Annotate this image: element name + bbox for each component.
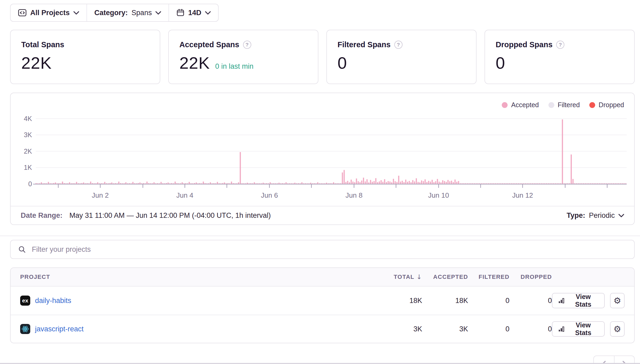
card-value: 22K <box>21 53 52 72</box>
svg-text:2K: 2K <box>24 148 32 155</box>
cell-accepted: 3K <box>422 325 468 333</box>
card-title: Filtered Spans <box>338 40 391 49</box>
help-icon[interactable]: ? <box>556 41 564 49</box>
column-header-dropped[interactable]: DROPPED <box>509 274 552 280</box>
svg-text:Jun 2: Jun 2 <box>92 191 109 199</box>
type-dropdown[interactable]: Type: Periodic <box>567 211 624 220</box>
bottom-divider <box>0 363 640 364</box>
card-value: 0 <box>338 53 347 72</box>
card-filtered-spans: Filtered Spans ? 0 <box>326 30 477 84</box>
sort-descending-icon: ↓ <box>417 273 422 281</box>
card-value: 22K <box>179 53 210 72</box>
legend-item-dropped[interactable]: Dropped <box>589 101 624 109</box>
gear-icon: ⚙ <box>613 296 621 305</box>
legend-label: Accepted <box>511 101 539 109</box>
legend-label: Dropped <box>599 101 624 109</box>
svg-text:Jun 10: Jun 10 <box>428 191 449 199</box>
legend-dot <box>589 102 595 108</box>
project-search-bar <box>10 240 635 259</box>
cell-dropped: 0 <box>509 297 552 305</box>
bar-chart-icon <box>558 297 565 304</box>
card-subtext: 0 in last min <box>215 62 253 71</box>
svg-text:3K: 3K <box>24 131 32 139</box>
project-filter-label: All Projects <box>30 9 70 17</box>
stat-cards: Total Spans 22K Accepted Spans ? 22K 0 i… <box>10 30 635 84</box>
cell-accepted: 18K <box>422 297 468 305</box>
filter-bar: All Projects Category: Spans 14D <box>10 4 219 22</box>
column-header-accepted[interactable]: ACCEPTED <box>422 274 468 280</box>
react-platform-icon <box>20 324 30 334</box>
cell-total: 18K <box>380 297 422 305</box>
date-period-dropdown[interactable]: 14D <box>169 4 218 21</box>
projects-table: PROJECT TOTAL ↓ ACCEPTED FILTERED DROPPE… <box>10 267 635 343</box>
spans-chart-panel: Accepted Filtered Dropped 01K2K3K4KJun 2… <box>10 93 635 225</box>
project-settings-button[interactable]: ⚙ <box>610 293 625 308</box>
table-row: ex daily-habits 18K 18K 0 0 View Stats ⚙ <box>11 287 634 315</box>
legend-dot <box>502 102 508 108</box>
svg-text:1K: 1K <box>24 164 32 171</box>
project-filter-input[interactable] <box>31 245 627 254</box>
cell-filtered: 0 <box>468 297 509 305</box>
card-title: Dropped Spans <box>496 40 552 49</box>
spans-stats-page: All Projects Category: Spans 14D Total S… <box>0 0 640 364</box>
card-dropped-spans: Dropped Spans ? 0 <box>485 30 635 84</box>
chevron-down-icon <box>73 11 79 15</box>
column-header-total[interactable]: TOTAL ↓ <box>380 273 422 281</box>
type-label: Type: <box>567 211 585 220</box>
card-accepted-spans: Accepted Spans ? 22K 0 in last min <box>168 30 318 84</box>
chart-footer: Date Range: May 31 11:00 AM — Jun 14 12:… <box>11 206 634 224</box>
view-stats-button[interactable]: View Stats <box>552 293 605 308</box>
column-header-project: PROJECT <box>20 274 380 280</box>
date-range-label: Date Range: <box>21 211 63 220</box>
chevron-down-icon <box>205 11 211 15</box>
category-filter-dropdown[interactable]: Category: Spans <box>87 4 169 21</box>
card-total-spans: Total Spans 22K <box>10 30 160 84</box>
chart-area: Accepted Filtered Dropped 01K2K3K4KJun 2… <box>11 93 634 206</box>
help-icon[interactable]: ? <box>243 41 251 49</box>
card-title: Accepted Spans <box>179 40 239 49</box>
calendar-icon <box>176 9 184 17</box>
chart-legend: Accepted Filtered Dropped <box>502 101 624 109</box>
project-link[interactable]: javascript-react <box>35 325 84 333</box>
card-value: 0 <box>496 53 505 72</box>
project-filter-dropdown[interactable]: All Projects <box>11 4 87 21</box>
table-header-row: PROJECT TOTAL ↓ ACCEPTED FILTERED DROPPE… <box>11 268 634 287</box>
legend-label: Filtered <box>558 101 580 109</box>
category-value: Spans <box>132 9 152 17</box>
legend-dot <box>548 102 554 108</box>
chevron-down-icon <box>619 214 624 217</box>
project-settings-button[interactable]: ⚙ <box>610 321 625 337</box>
column-header-filtered[interactable]: FILTERED <box>468 274 509 280</box>
project-link[interactable]: daily-habits <box>35 297 71 305</box>
legend-item-filtered[interactable]: Filtered <box>548 101 580 109</box>
cell-dropped: 0 <box>509 325 552 333</box>
help-icon[interactable]: ? <box>394 41 403 49</box>
cell-filtered: 0 <box>468 325 509 333</box>
type-value: Periodic <box>589 211 615 220</box>
svg-text:Jun 12: Jun 12 <box>512 191 533 199</box>
view-stats-button[interactable]: View Stats <box>552 321 605 337</box>
svg-text:Jun 8: Jun 8 <box>345 191 362 199</box>
spans-bar-chart: 01K2K3K4KJun 2Jun 4Jun 6Jun 8Jun 10Jun 1… <box>11 93 634 206</box>
express-platform-icon: ex <box>20 296 30 306</box>
svg-text:0: 0 <box>28 180 32 188</box>
date-range-value: May 31 11:00 AM — Jun 14 12:00 PM (-04:0… <box>70 211 271 220</box>
card-title: Total Spans <box>21 40 64 49</box>
legend-item-accepted[interactable]: Accepted <box>502 101 539 109</box>
gear-icon: ⚙ <box>613 325 621 333</box>
search-icon <box>18 245 26 253</box>
bar-chart-icon <box>558 326 565 332</box>
svg-text:Jun 4: Jun 4 <box>176 191 193 199</box>
date-period-value: 14D <box>188 9 201 17</box>
cell-total: 3K <box>380 325 422 333</box>
category-label: Category: <box>94 9 128 17</box>
section-divider <box>0 236 640 236</box>
chevron-down-icon <box>155 11 161 15</box>
svg-text:Jun 6: Jun 6 <box>261 191 278 199</box>
table-row: javascript-react 3K 3K 0 0 View Stats ⚙ <box>11 315 634 343</box>
svg-text:4K: 4K <box>24 115 32 122</box>
projects-icon <box>18 9 27 17</box>
